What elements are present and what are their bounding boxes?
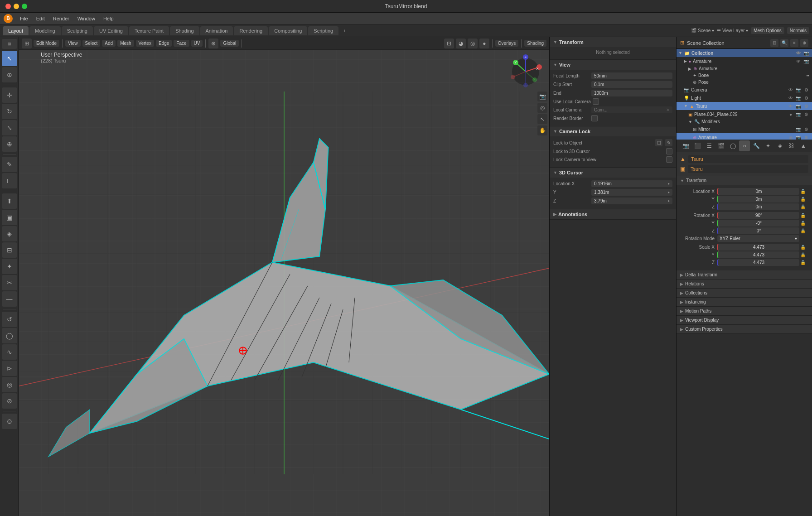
outliner-tsuru[interactable]: ▼ ▲ Tsuru 👁 📷 ⚙	[677, 102, 812, 110]
workspace-animation[interactable]: Animation	[200, 26, 233, 35]
clip-start-field[interactable]: 0.1m	[591, 81, 672, 88]
polypen-tool[interactable]: ✦	[2, 259, 17, 274]
props-tab-physics[interactable]: ◈	[774, 140, 785, 151]
randomize-tool[interactable]: ∿	[2, 344, 17, 360]
props-tab-view-layer[interactable]: ☰	[704, 140, 715, 151]
mesh-menu[interactable]: Mesh	[117, 40, 134, 47]
menu-edit[interactable]: Edit	[33, 15, 48, 22]
relations-header[interactable]: ▶ Relations	[677, 280, 812, 289]
location-x-field[interactable]: 0m	[717, 188, 799, 195]
scale-y-field[interactable]: 4.473	[717, 251, 799, 258]
mode-icon[interactable]: ⊞	[2, 39, 17, 49]
props-tab-particles[interactable]: ✦	[763, 140, 773, 151]
props-tab-render[interactable]: 📷	[680, 140, 691, 151]
outliner-bone[interactable]: ✦ Bone ▪▪	[677, 72, 812, 79]
transform-icon[interactable]: ⊕	[208, 39, 218, 48]
camera-icon[interactable]: 📷	[537, 92, 547, 101]
props-tab-modifier[interactable]: 🔧	[751, 140, 762, 151]
blender-logo[interactable]: B	[4, 14, 13, 23]
camera-settings-icon[interactable]: ⚙	[803, 87, 809, 93]
custom-properties-header[interactable]: ▶ Custom Properties	[677, 325, 812, 334]
scale-z-lock[interactable]: 🔒	[800, 260, 808, 265]
loc-y-lock[interactable]: 🔒	[800, 197, 808, 202]
workspace-compositing[interactable]: Compositing	[269, 26, 307, 35]
workspace-modeling[interactable]: Modeling	[29, 26, 61, 35]
location-z-field[interactable]: 0m	[717, 203, 799, 210]
bevel-tool[interactable]: ◈	[2, 226, 17, 241]
close-button[interactable]	[5, 4, 11, 9]
lock-camera-view-checkbox[interactable]	[666, 156, 672, 163]
outliner-collection[interactable]: ▼ 📁 Collection 👁 📷	[677, 49, 812, 57]
scale-tool[interactable]: ⤡	[2, 120, 17, 135]
uv-menu[interactable]: UV	[191, 40, 203, 47]
overlays-btn[interactable]: Overlays	[495, 40, 518, 47]
rotate-tool[interactable]: ↻	[2, 104, 17, 119]
outliner-armature-child[interactable]: ▶ ⊕ Armature	[677, 65, 812, 72]
armature-mod-render-icon[interactable]: 📷	[795, 134, 802, 140]
lock-3d-cursor-checkbox[interactable]	[666, 148, 672, 154]
loc-x-lock[interactable]: 🔒	[800, 189, 808, 194]
plane-render-icon[interactable]: 📷	[795, 111, 802, 117]
rot-x-lock[interactable]: 🔒	[800, 213, 808, 218]
props-tab-material[interactable]: ●	[810, 140, 812, 151]
outliner-plane[interactable]: ▣ Plane.034_Plane.029 ● 📷 ⚙	[677, 110, 812, 118]
add-menu[interactable]: Add	[102, 40, 116, 47]
object-icon[interactable]: ◎	[537, 103, 547, 113]
vertex-menu[interactable]: Vertex	[136, 40, 154, 47]
npanel-view-header[interactable]: ▼ View	[550, 60, 676, 70]
menu-file[interactable]: File	[16, 15, 32, 22]
armature-mod-view-icon[interactable]: ◎	[788, 134, 794, 140]
props-tab-world[interactable]: ◯	[727, 140, 738, 151]
npanel-annotations-header[interactable]: ▶ Annotations	[550, 209, 676, 219]
viewport-icon[interactable]: ⊞	[22, 39, 32, 48]
lock-object-edit-icon[interactable]: ✎	[665, 139, 672, 146]
workspace-rendering[interactable]: Rendering	[234, 26, 268, 35]
camera-render-icon[interactable]: 📷	[795, 87, 802, 93]
outliner-pose[interactable]: ⊕ Pose	[677, 79, 812, 86]
extrude-tool[interactable]: ⬆	[2, 193, 17, 209]
outliner-camera[interactable]: 📷 Camera 👁 📷 ⚙	[677, 86, 812, 94]
close-cam-icon[interactable]: ✕	[666, 107, 670, 112]
smooth-tool[interactable]: ◯	[2, 328, 17, 343]
cursor-y-field[interactable]: 1.381m ●	[591, 189, 672, 196]
props-tab-output[interactable]: ⬛	[692, 140, 703, 151]
outliner-armature-parent[interactable]: ▶ ♦ Armature 👁 📷	[677, 57, 812, 65]
rot-z-lock[interactable]: 🔒	[800, 228, 808, 233]
viewport-shading-solid[interactable]: ◕	[456, 39, 466, 48]
outliner-mirror[interactable]: ⊞ Mirror 📷 ⚙	[677, 125, 812, 133]
transform-section-header[interactable]: ▼ Transform	[677, 176, 812, 185]
clip-end-field[interactable]: 1000m	[591, 90, 672, 96]
obj-name-field[interactable]: Tsuru	[688, 155, 808, 163]
pan-icon[interactable]: ✋	[537, 125, 547, 135]
viewport-display-header[interactable]: ▶ Viewport Display	[677, 316, 812, 325]
edge-menu[interactable]: Edge	[156, 40, 172, 47]
collection-render-icon[interactable]: 📷	[803, 50, 809, 56]
collections-header[interactable]: ▶ Collections	[677, 289, 812, 298]
cursor-tool[interactable]: ⊕	[2, 67, 17, 82]
scale-y-lock[interactable]: 🔒	[800, 252, 808, 257]
scale-z-field[interactable]: 4.473	[717, 259, 799, 266]
rotation-y-field[interactable]: -0°	[717, 220, 799, 227]
local-camera-field[interactable]: Cam... ✕	[591, 106, 672, 113]
armature-render-icon[interactable]: 📷	[803, 58, 809, 64]
workspace-texture-paint[interactable]: Texture Paint	[129, 26, 169, 35]
tsuru-render-icon[interactable]: 📷	[795, 103, 802, 109]
menu-help[interactable]: Help	[100, 15, 117, 22]
viewport-shading-material[interactable]: ◎	[468, 39, 478, 48]
select-menu[interactable]: Select	[82, 40, 101, 47]
props-tab-data[interactable]: ▲	[798, 140, 809, 151]
mirror-render-icon[interactable]: 📷	[795, 126, 802, 132]
shear-tool[interactable]: ⊘	[2, 393, 17, 409]
cursor-z-field[interactable]: 3.79m ●	[591, 198, 672, 204]
rot-y-lock[interactable]: 🔒	[800, 221, 808, 226]
use-local-camera-checkbox[interactable]	[593, 98, 599, 105]
tsuru-settings-icon[interactable]: ⚙	[803, 103, 809, 109]
shading-btn[interactable]: Shading	[524, 40, 546, 47]
focal-length-field[interactable]: 50mm	[591, 72, 672, 79]
push-pull-tool[interactable]: ⊜	[2, 414, 17, 429]
location-y-field[interactable]: 0m	[717, 196, 799, 203]
face-menu[interactable]: Face	[174, 40, 189, 47]
props-tab-object[interactable]: ○	[739, 140, 750, 151]
workspace-layout[interactable]: Layout	[3, 26, 29, 35]
menu-render[interactable]: Render	[49, 15, 73, 22]
